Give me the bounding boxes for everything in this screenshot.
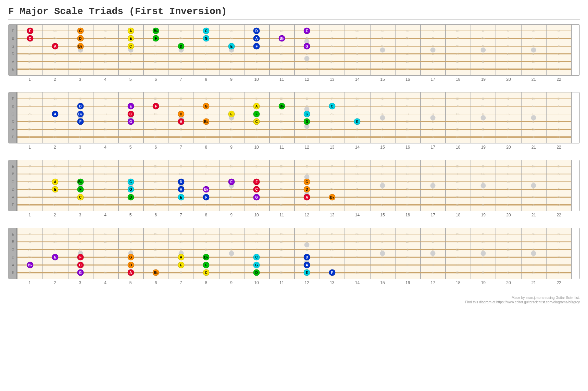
fret-number: 22 [556, 77, 561, 82]
note-marker: B♭ [278, 103, 285, 110]
note-marker: D [253, 269, 260, 276]
fret-number: 19 [481, 280, 486, 285]
note-marker: D [127, 262, 134, 268]
note-marker: C [127, 178, 134, 185]
note-marker: C [127, 111, 134, 117]
fret-number: 20 [506, 77, 511, 82]
fret-number: 6 [154, 145, 157, 150]
open-string-label: E [9, 29, 17, 33]
fret-number: 13 [330, 213, 334, 217]
fret-number: 2 [54, 213, 56, 217]
note-marker: A [304, 262, 310, 268]
note-marker: B♭ [203, 118, 210, 125]
note-marker: C [253, 254, 260, 261]
note-marker: G [127, 254, 134, 261]
open-string-label: A [9, 127, 17, 131]
note-marker: A [178, 118, 184, 125]
note-marker: A [178, 186, 184, 193]
note-marker: E [304, 27, 310, 34]
fret-number: 20 [506, 280, 511, 285]
note-marker: F [77, 186, 84, 193]
fretboard-3: EBGDAEFG♭GA♭AB♭BCD♭DE♭EFG♭GA♭AB♭BCD♭DCD♭… [8, 160, 580, 219]
note-marker: C [203, 27, 210, 34]
note-marker: A [253, 103, 260, 110]
note-marker: B♭ [77, 43, 84, 49]
fret-number: 1 [28, 213, 31, 217]
fret-number: 2 [54, 77, 56, 82]
fret-number: 11 [279, 280, 284, 285]
open-string-label: B [9, 240, 17, 244]
note-marker: C [77, 262, 84, 268]
fret-number: 15 [380, 280, 385, 285]
fret-number: 22 [556, 280, 561, 285]
fret-number: 12 [305, 213, 309, 217]
fret-number: 10 [254, 213, 259, 217]
note-marker: E [228, 178, 235, 185]
note-marker: F [253, 111, 260, 117]
note-marker: A [253, 35, 260, 42]
fret-number: 16 [405, 213, 410, 217]
note-marker: F [153, 103, 159, 110]
fret-number: 6 [154, 280, 157, 285]
note-marker: E [304, 269, 310, 276]
fret-number: 4 [104, 213, 107, 217]
note-marker: F [77, 254, 84, 261]
note-marker: A [178, 254, 184, 261]
fretboard-1: EBGDAEG♭A♭BD♭E♭FG♭GA♭AB♭BCD♭DD♭E♭G♭A♭BCD… [8, 24, 580, 84]
fret-number: 5 [129, 77, 132, 82]
note-marker: G [304, 178, 310, 185]
note-marker: E [52, 254, 59, 261]
fret-number: 11 [279, 77, 284, 82]
note-marker: D [77, 35, 84, 42]
note-marker: F [253, 43, 260, 49]
note-marker: E [127, 103, 134, 110]
fret-number: 13 [330, 280, 334, 285]
fret-number: 12 [305, 145, 309, 150]
note-marker: G [77, 269, 84, 276]
fret-number: 9 [230, 77, 233, 82]
note-marker: A [127, 269, 134, 276]
note-marker: E [228, 43, 235, 49]
note-marker: A [52, 178, 59, 185]
note-marker: A [52, 111, 59, 117]
open-string-label: D [9, 52, 17, 56]
fret-number: 2 [54, 145, 56, 150]
note-marker: F [253, 178, 260, 185]
note-marker: A [127, 27, 134, 34]
open-string-label: D [9, 120, 17, 124]
open-string-label: D [9, 255, 17, 259]
open-string-label: E [9, 135, 17, 139]
open-string-label: E [9, 164, 17, 168]
open-string-label: G [9, 44, 17, 48]
fret-number: 9 [230, 213, 233, 217]
fret-number: 10 [254, 145, 259, 150]
note-marker: D [77, 103, 84, 110]
fret-number: 4 [104, 77, 107, 82]
note-marker: G [253, 262, 260, 268]
note-marker: B♭ [203, 254, 210, 261]
note-marker: B♭ [203, 186, 210, 193]
fret-number: 9 [230, 145, 233, 150]
fret-number: 21 [531, 213, 536, 217]
fret-number: 18 [456, 213, 460, 217]
fret-number: 17 [431, 280, 435, 285]
fret-number: 1 [28, 280, 31, 285]
open-string-label: G [9, 180, 17, 184]
fret-number: 21 [531, 280, 536, 285]
fret-number: 7 [180, 77, 182, 82]
open-string-label: E [9, 67, 17, 71]
fret-number: 22 [556, 213, 561, 217]
page-title: F Major Scale Triads (First Inversion) [8, 6, 580, 17]
fret-number: 13 [330, 77, 334, 82]
fret-number: 3 [79, 280, 82, 285]
fret-number: 15 [380, 77, 385, 82]
credits: Made by sean.j.moran using Guitar Scient… [8, 295, 580, 304]
fret-number: 20 [506, 145, 511, 150]
fret-number: 6 [154, 213, 157, 217]
note-marker: F [329, 269, 335, 276]
note-marker: G [127, 186, 134, 193]
fret-number: 13 [330, 145, 334, 150]
note-marker: B♭ [77, 178, 84, 185]
fret-number: 14 [355, 145, 360, 150]
open-string-label: E [9, 97, 17, 100]
